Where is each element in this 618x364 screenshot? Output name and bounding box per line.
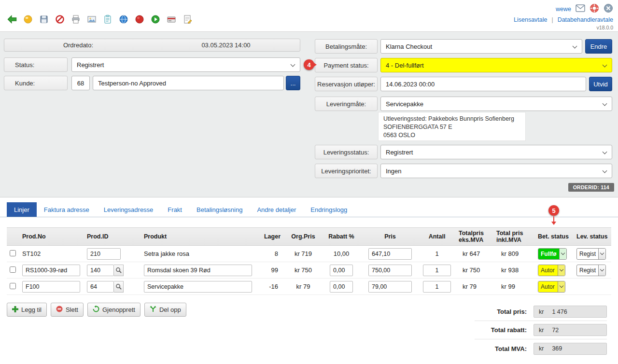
prodid-input[interactable]	[87, 248, 121, 260]
search-icon[interactable]	[114, 281, 124, 293]
betalingsmate-select[interactable]: Klarna Checkout	[380, 39, 582, 54]
prodid-input[interactable]	[87, 265, 114, 276]
total-eks-value: kr 79	[456, 283, 492, 290]
legg-til-label: Legg til	[21, 306, 42, 313]
prodid-input[interactable]	[87, 281, 114, 293]
print-icon[interactable]	[70, 13, 82, 26]
bet-status-select[interactable]: Autor	[538, 281, 565, 293]
tab-betalingslosning[interactable]: Betalingsløsning	[189, 202, 250, 217]
restore-icon	[93, 306, 99, 314]
produkt-text: Setra jakke rosa	[140, 250, 259, 257]
slett-label: Slett	[66, 306, 78, 313]
pris-input[interactable]	[368, 265, 412, 276]
payment-status-select[interactable]: 4 - Del-fullført	[380, 58, 612, 72]
delivery-info-line: 0563 OSLO	[383, 131, 520, 140]
lisensavtale-link[interactable]: Lisensavtale	[514, 16, 548, 23]
minus-circle-icon	[56, 306, 63, 314]
block-icon[interactable]	[54, 13, 66, 26]
note-edit-icon[interactable]	[181, 13, 194, 26]
tab-frakt[interactable]: Frakt	[160, 202, 189, 217]
mail-icon[interactable]	[576, 4, 585, 14]
pris-input[interactable]	[368, 248, 412, 260]
rabatt-input[interactable]	[330, 265, 353, 276]
tab-andre-detaljer[interactable]: Andre detaljer	[250, 202, 303, 217]
utvid-button[interactable]: Utvid	[589, 77, 612, 91]
prodno-input[interactable]	[22, 281, 80, 293]
total-rabatt-value: kr72	[534, 324, 607, 336]
slett-button[interactable]: Slett	[51, 303, 84, 317]
back-icon[interactable]	[6, 13, 18, 26]
status-select-value: Registrert	[77, 61, 104, 69]
orgpris-value: kr 750	[286, 266, 321, 274]
payment-card-icon[interactable]	[165, 13, 178, 26]
total-inkl-value: kr 809	[492, 250, 534, 257]
produkt-input[interactable]	[144, 265, 252, 276]
antall-input[interactable]	[423, 281, 451, 293]
leveringsprioritet-select[interactable]: Ingen	[380, 164, 612, 178]
legg-til-button[interactable]: Legg til	[7, 303, 47, 317]
row-checkbox[interactable]	[10, 266, 16, 273]
chevron-down-icon	[603, 63, 607, 68]
chevron-down-icon	[560, 267, 563, 271]
callout-5-arrow-tip	[551, 222, 556, 225]
header-lev-status: Lev. status	[573, 233, 611, 240]
search-icon[interactable]	[114, 265, 124, 276]
row-checkbox[interactable]	[10, 250, 16, 256]
endre-button[interactable]: Endre	[585, 39, 612, 54]
chevron-down-icon	[603, 150, 607, 154]
save-icon[interactable]	[38, 13, 50, 26]
rabatt-value: 10,00	[321, 250, 362, 257]
stop-icon[interactable]	[133, 13, 146, 26]
ball-icon[interactable]	[22, 13, 34, 26]
total-pris-row: Total pris: kr1 476	[475, 306, 607, 321]
image-icon[interactable]	[85, 13, 98, 26]
gjenopprett-button[interactable]: Gjenopprett	[87, 303, 140, 317]
del-opp-button[interactable]: Del opp	[144, 303, 186, 317]
leveringsstatus-select[interactable]: Registrert	[380, 145, 612, 159]
bet-status-select[interactable]: Autor	[538, 265, 565, 276]
lev-status-select[interactable]: Regist	[576, 248, 606, 260]
play-icon[interactable]	[149, 13, 162, 26]
close-icon[interactable]	[604, 3, 613, 15]
amount-value: 72	[552, 327, 559, 334]
total-mva-row: Total MVA: kr369	[475, 342, 607, 355]
kunde-label: Kunde:	[4, 76, 68, 90]
delivery-info-line: Utleveringssted: Pakkeboks Bunnpris Sofi…	[383, 115, 520, 123]
rabatt-input[interactable]	[330, 281, 353, 293]
globe-icon[interactable]	[117, 13, 130, 26]
lev-status-select[interactable]: Regist	[576, 265, 606, 276]
payment-status-label: Payment status:	[315, 58, 378, 72]
chevron-down-icon	[560, 284, 563, 288]
tab-leveringsadresse[interactable]: Leveringsadresse	[97, 202, 161, 217]
kunde-id-input[interactable]	[71, 76, 90, 90]
total-eks-value: kr 647	[456, 250, 492, 257]
tab-endringslogg[interactable]: Endringslogg	[303, 202, 354, 217]
produkt-input[interactable]	[144, 281, 252, 293]
chevron-down-icon	[561, 251, 564, 255]
tab-linjer[interactable]: Linjer	[7, 202, 37, 217]
pris-input[interactable]	[368, 281, 412, 293]
tab-faktura-adresse[interactable]: Faktura adresse	[37, 202, 97, 217]
help-buoy-icon[interactable]	[590, 3, 599, 15]
status-select[interactable]: Registrert	[71, 57, 300, 72]
leveringmate-value: Servicepakke	[386, 100, 423, 108]
order-lines-table: Prod.No Prod.ID Produkt Lager Org.Pris R…	[7, 227, 611, 295]
kunde-browse-button[interactable]: ...	[286, 76, 300, 90]
kunde-name-input[interactable]	[93, 76, 284, 90]
total-rabatt-label: Total rabatt:	[475, 326, 534, 334]
line-actions: Legg til Slett Gjenopprett Del opp	[7, 303, 186, 317]
clipboard-icon[interactable]	[101, 13, 114, 26]
bet-status-select[interactable]: Fullfø	[538, 248, 567, 260]
toolbar	[6, 13, 194, 26]
reservasjon-input[interactable]	[380, 77, 586, 91]
user-link[interactable]: wewe	[556, 6, 571, 13]
prodno-input[interactable]	[22, 265, 80, 276]
row-checkbox[interactable]	[10, 283, 16, 289]
topbar-right: wewe Lisensavtale | Databehandleravtale …	[514, 3, 613, 30]
antall-input[interactable]	[423, 265, 451, 276]
lev-status-value: Regist	[577, 265, 598, 276]
databehandleravtale-link[interactable]: Databehandleravtale	[558, 16, 613, 23]
leveringmate-select[interactable]: Servicepakke	[380, 97, 612, 111]
status-label: Status:	[4, 57, 68, 72]
currency-label: kr	[539, 327, 544, 334]
